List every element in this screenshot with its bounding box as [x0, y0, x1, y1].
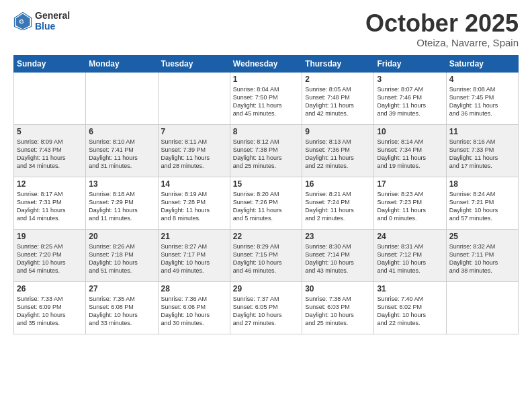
calendar-cell	[86, 72, 158, 124]
calendar-cell: 24Sunrise: 8:31 AM Sunset: 7:12 PM Dayli…	[374, 229, 446, 281]
day-info: Sunrise: 7:40 AM Sunset: 6:02 PM Dayligh…	[377, 295, 443, 328]
calendar-cell	[158, 72, 230, 124]
day-number: 15	[233, 179, 299, 189]
day-info: Sunrise: 8:29 AM Sunset: 7:15 PM Dayligh…	[233, 242, 299, 275]
day-number: 2	[305, 75, 371, 84]
day-info: Sunrise: 7:36 AM Sunset: 6:06 PM Dayligh…	[161, 295, 227, 328]
calendar-week-row: 26Sunrise: 7:33 AM Sunset: 6:09 PM Dayli…	[14, 281, 519, 334]
calendar-cell: 22Sunrise: 8:29 AM Sunset: 7:15 PM Dayli…	[230, 229, 302, 281]
day-info: Sunrise: 8:08 AM Sunset: 7:45 PM Dayligh…	[449, 85, 515, 118]
title-block: October 2025 Oteiza, Navarre, Spain	[365, 10, 519, 48]
day-number: 30	[305, 284, 371, 293]
day-number: 7	[161, 127, 227, 136]
day-number: 5	[17, 127, 83, 136]
day-number: 6	[89, 127, 154, 136]
calendar-cell: 25Sunrise: 8:32 AM Sunset: 7:11 PM Dayli…	[446, 229, 518, 281]
day-info: Sunrise: 8:31 AM Sunset: 7:12 PM Dayligh…	[377, 242, 443, 275]
calendar-cell: 16Sunrise: 8:21 AM Sunset: 7:24 PM Dayli…	[302, 177, 374, 229]
day-number: 22	[233, 232, 299, 241]
calendar-cell: 23Sunrise: 8:30 AM Sunset: 7:14 PM Dayli…	[302, 229, 374, 281]
calendar-cell: 18Sunrise: 8:24 AM Sunset: 7:21 PM Dayli…	[446, 177, 518, 229]
calendar-cell: 5Sunrise: 8:09 AM Sunset: 7:43 PM Daylig…	[14, 124, 86, 177]
day-info: Sunrise: 8:04 AM Sunset: 7:50 PM Dayligh…	[233, 85, 299, 118]
weekday-header-thursday: Thursday	[302, 55, 374, 72]
day-number: 20	[89, 232, 154, 241]
logo-text: General Blue	[35, 10, 70, 32]
day-info: Sunrise: 8:16 AM Sunset: 7:33 PM Dayligh…	[449, 138, 515, 171]
weekday-header-friday: Friday	[374, 55, 446, 72]
calendar-cell: 11Sunrise: 8:16 AM Sunset: 7:33 PM Dayli…	[446, 124, 518, 177]
day-info: Sunrise: 8:24 AM Sunset: 7:21 PM Dayligh…	[449, 190, 515, 223]
day-number: 11	[449, 127, 515, 136]
day-number: 28	[161, 284, 227, 293]
calendar-cell: 26Sunrise: 7:33 AM Sunset: 6:09 PM Dayli…	[14, 281, 86, 334]
calendar-cell	[14, 72, 86, 124]
day-info: Sunrise: 8:10 AM Sunset: 7:41 PM Dayligh…	[89, 138, 154, 171]
calendar-cell: 7Sunrise: 8:11 AM Sunset: 7:39 PM Daylig…	[158, 124, 230, 177]
day-info: Sunrise: 8:30 AM Sunset: 7:14 PM Dayligh…	[305, 242, 371, 275]
day-number: 3	[377, 75, 443, 84]
weekday-header-wednesday: Wednesday	[230, 55, 302, 72]
day-number: 10	[377, 127, 443, 136]
day-number: 14	[161, 179, 227, 189]
day-info: Sunrise: 8:07 AM Sunset: 7:46 PM Dayligh…	[377, 85, 443, 118]
day-number: 21	[161, 232, 227, 241]
calendar-cell: 12Sunrise: 8:17 AM Sunset: 7:31 PM Dayli…	[14, 177, 86, 229]
calendar-cell: 15Sunrise: 8:20 AM Sunset: 7:26 PM Dayli…	[230, 177, 302, 229]
weekday-header-saturday: Saturday	[446, 55, 518, 72]
day-info: Sunrise: 8:20 AM Sunset: 7:26 PM Dayligh…	[233, 190, 299, 223]
day-number: 16	[305, 179, 371, 189]
day-number: 1	[233, 75, 299, 84]
svg-text:G: G	[19, 18, 24, 25]
calendar-cell: 6Sunrise: 8:10 AM Sunset: 7:41 PM Daylig…	[86, 124, 158, 177]
calendar-cell: 3Sunrise: 8:07 AM Sunset: 7:46 PM Daylig…	[374, 72, 446, 124]
day-info: Sunrise: 8:09 AM Sunset: 7:43 PM Dayligh…	[17, 138, 83, 171]
calendar-cell: 31Sunrise: 7:40 AM Sunset: 6:02 PM Dayli…	[374, 281, 446, 334]
logo: G General Blue	[13, 10, 70, 32]
day-info: Sunrise: 7:38 AM Sunset: 6:03 PM Dayligh…	[305, 295, 371, 328]
calendar-cell: 21Sunrise: 8:27 AM Sunset: 7:17 PM Dayli…	[158, 229, 230, 281]
logo-icon: G	[13, 11, 32, 30]
day-number: 13	[89, 179, 154, 189]
day-number: 23	[305, 232, 371, 241]
calendar-cell: 17Sunrise: 8:23 AM Sunset: 7:23 PM Dayli…	[374, 177, 446, 229]
calendar-cell: 20Sunrise: 8:26 AM Sunset: 7:18 PM Dayli…	[86, 229, 158, 281]
weekday-header-monday: Monday	[86, 55, 158, 72]
day-info: Sunrise: 8:13 AM Sunset: 7:36 PM Dayligh…	[305, 138, 371, 171]
calendar-page: G General Blue October 2025 Oteiza, Nava…	[0, 0, 532, 411]
day-number: 18	[449, 179, 515, 189]
calendar-cell: 9Sunrise: 8:13 AM Sunset: 7:36 PM Daylig…	[302, 124, 374, 177]
calendar-cell	[446, 281, 518, 334]
weekday-header-sunday: Sunday	[14, 55, 86, 72]
day-info: Sunrise: 8:27 AM Sunset: 7:17 PM Dayligh…	[161, 242, 227, 275]
month-title: October 2025	[365, 10, 519, 37]
day-info: Sunrise: 8:11 AM Sunset: 7:39 PM Dayligh…	[161, 138, 227, 171]
location-subtitle: Oteiza, Navarre, Spain	[365, 37, 519, 48]
calendar-cell: 19Sunrise: 8:25 AM Sunset: 7:20 PM Dayli…	[14, 229, 86, 281]
logo-general: General	[35, 10, 70, 21]
calendar-cell: 28Sunrise: 7:36 AM Sunset: 6:06 PM Dayli…	[158, 281, 230, 334]
day-number: 19	[17, 232, 83, 241]
header: G General Blue October 2025 Oteiza, Nava…	[13, 10, 519, 48]
day-number: 9	[305, 127, 371, 136]
calendar-week-row: 5Sunrise: 8:09 AM Sunset: 7:43 PM Daylig…	[14, 124, 519, 177]
calendar-cell: 29Sunrise: 7:37 AM Sunset: 6:05 PM Dayli…	[230, 281, 302, 334]
calendar-cell: 30Sunrise: 7:38 AM Sunset: 6:03 PM Dayli…	[302, 281, 374, 334]
day-number: 4	[449, 75, 515, 84]
day-number: 17	[377, 179, 443, 189]
day-info: Sunrise: 8:21 AM Sunset: 7:24 PM Dayligh…	[305, 190, 371, 223]
day-number: 31	[377, 284, 443, 293]
day-info: Sunrise: 8:14 AM Sunset: 7:34 PM Dayligh…	[377, 138, 443, 171]
calendar-table: SundayMondayTuesdayWednesdayThursdayFrid…	[13, 55, 519, 334]
day-info: Sunrise: 7:37 AM Sunset: 6:05 PM Dayligh…	[233, 295, 299, 328]
calendar-cell: 4Sunrise: 8:08 AM Sunset: 7:45 PM Daylig…	[446, 72, 518, 124]
day-number: 25	[449, 232, 515, 241]
day-info: Sunrise: 8:23 AM Sunset: 7:23 PM Dayligh…	[377, 190, 443, 223]
calendar-cell: 1Sunrise: 8:04 AM Sunset: 7:50 PM Daylig…	[230, 72, 302, 124]
day-info: Sunrise: 8:18 AM Sunset: 7:29 PM Dayligh…	[89, 190, 154, 223]
day-info: Sunrise: 8:25 AM Sunset: 7:20 PM Dayligh…	[17, 242, 83, 275]
calendar-cell: 8Sunrise: 8:12 AM Sunset: 7:38 PM Daylig…	[230, 124, 302, 177]
day-number: 8	[233, 127, 299, 136]
weekday-header-tuesday: Tuesday	[158, 55, 230, 72]
calendar-week-row: 12Sunrise: 8:17 AM Sunset: 7:31 PM Dayli…	[14, 177, 519, 229]
